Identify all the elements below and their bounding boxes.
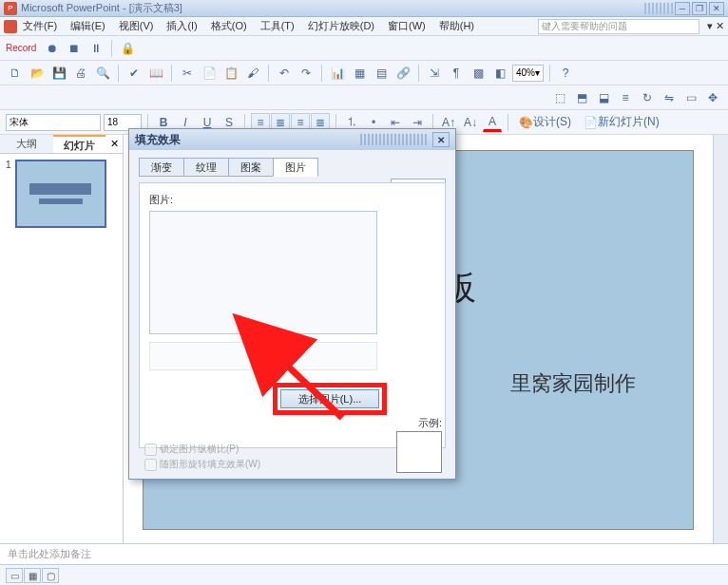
- save-icon[interactable]: 💾: [49, 64, 68, 83]
- order-icon[interactable]: ▭: [681, 88, 700, 107]
- menu-file[interactable]: 文件(F): [23, 19, 57, 33]
- menu-insert[interactable]: 插入(I): [166, 19, 197, 33]
- separator: [321, 65, 322, 82]
- menu-edit[interactable]: 编辑(E): [70, 19, 105, 33]
- expand-icon[interactable]: ⇲: [425, 64, 444, 83]
- tab-slides[interactable]: 幻灯片: [53, 135, 106, 153]
- tab-outline[interactable]: 大纲: [0, 135, 53, 153]
- copy-icon[interactable]: 📄: [200, 64, 219, 83]
- separator: [418, 65, 419, 82]
- undo-icon[interactable]: ↶: [275, 64, 294, 83]
- print-icon[interactable]: 🖨: [71, 64, 90, 83]
- menu-slideshow[interactable]: 幻灯片放映(D): [308, 19, 374, 33]
- cut-icon[interactable]: ✂: [178, 64, 197, 83]
- dialog-body: 渐变 纹理 图案 图片 确定 取消 图片: 选择图片(L)... 示例: 锁定图…: [129, 150, 455, 479]
- flip-icon[interactable]: ⇋: [660, 88, 679, 107]
- insert-hyperlink-icon[interactable]: 🔗: [393, 64, 412, 83]
- vertical-scrollbar[interactable]: [713, 135, 728, 543]
- rotate-icon[interactable]: ↻: [638, 88, 657, 107]
- menu-help[interactable]: 帮助(H): [439, 19, 474, 33]
- title-bar: P Microsoft PowerPoint - [演示文稿3] ─ ❐ ✕: [0, 0, 728, 17]
- status-bar: ▭ ▦ ▢ 绘图(R) ↖ 自选图形(U) ＼ ↘ ▭ ○ A 𝐀 ⬡ 🖼 🏞 …: [0, 564, 728, 585]
- tab-texture[interactable]: 纹理: [183, 158, 229, 177]
- open-icon[interactable]: 📂: [28, 64, 47, 83]
- help-search-input[interactable]: 键入需要帮助的问题: [538, 19, 699, 34]
- font-size: 18: [107, 117, 118, 127]
- select-picture-highlight: 选择图片(L)...: [273, 383, 387, 415]
- record-stop-icon[interactable]: ⏹: [65, 39, 84, 58]
- menu-tools[interactable]: 工具(T): [260, 19, 295, 33]
- font-color-icon[interactable]: A: [483, 113, 502, 132]
- sorter-view-icon[interactable]: ▦: [24, 568, 41, 583]
- minimize-button[interactable]: ─: [675, 2, 690, 15]
- select-picture-button[interactable]: 选择图片(L)...: [280, 389, 379, 408]
- notes-pane[interactable]: 单击此处添加备注: [0, 543, 728, 564]
- separator: [549, 65, 550, 82]
- snap-icon[interactable]: ⬚: [550, 88, 569, 107]
- thumb-title-bar: [29, 183, 90, 195]
- tab-picture[interactable]: 图片: [273, 158, 318, 177]
- side-close-icon[interactable]: ✕: [105, 135, 123, 153]
- show-format-icon[interactable]: ¶: [447, 64, 466, 83]
- zoom-combo[interactable]: 40% ▾: [512, 65, 544, 82]
- help-icon[interactable]: ?: [556, 64, 575, 83]
- thumbnail-item[interactable]: 1: [6, 160, 117, 228]
- record-start-icon[interactable]: ⏺: [43, 39, 62, 58]
- dialog-grip-icon: [360, 134, 427, 145]
- separator: [111, 40, 112, 57]
- dialog-title: 填充效果: [135, 132, 181, 148]
- nudge-icon[interactable]: ✥: [703, 88, 722, 107]
- sample-preview: [396, 431, 442, 473]
- preview-icon[interactable]: 🔍: [93, 64, 112, 83]
- redo-icon[interactable]: ↷: [297, 64, 316, 83]
- new-icon[interactable]: 🗋: [6, 64, 25, 83]
- security-icon[interactable]: 🔒: [118, 39, 137, 58]
- dialog-checkboxes: 锁定图片纵横比(P) 随图形旋转填充效果(W): [144, 441, 260, 471]
- group-icon[interactable]: ⬒: [572, 88, 591, 107]
- separator: [508, 114, 508, 131]
- thumb-sub-bar: [39, 198, 83, 204]
- color-grayscale-icon[interactable]: ◧: [490, 64, 509, 83]
- slideshow-view-icon[interactable]: ▢: [42, 568, 59, 583]
- tab-gradient[interactable]: 渐变: [139, 158, 184, 177]
- picture-label: 图片:: [149, 193, 435, 207]
- close-button[interactable]: ✕: [709, 2, 724, 15]
- insert-chart-icon[interactable]: 📊: [328, 64, 347, 83]
- decrease-font-icon[interactable]: A↓: [461, 113, 480, 132]
- maximize-button[interactable]: ❐: [692, 2, 707, 15]
- menu-view[interactable]: 视图(V): [119, 19, 154, 33]
- paste-icon[interactable]: 📋: [221, 64, 240, 83]
- side-tabs: 大纲 幻灯片 ✕: [0, 135, 123, 154]
- separator: [118, 65, 119, 82]
- new-slide-button[interactable]: 📄新幻灯片(N): [579, 113, 664, 132]
- record-pause-icon[interactable]: ⏸: [86, 39, 105, 58]
- thumbnail-preview[interactable]: [15, 160, 106, 228]
- tab-pattern[interactable]: 图案: [228, 158, 274, 177]
- slide-subtitle[interactable]: 里窝家园制作: [510, 369, 636, 398]
- standard-toolbar: 🗋 📂 💾 🖨 🔍 ✔ 📖 ✂ 📄 📋 🖌 ↶ ↷ 📊 ▦ ▤ 🔗 ⇲ ¶ ▩ …: [0, 61, 728, 85]
- ungroup-icon[interactable]: ⬓: [594, 88, 613, 107]
- thumbnail-number: 1: [6, 160, 11, 228]
- format-painter-icon[interactable]: 🖌: [243, 64, 262, 83]
- menu-format[interactable]: 格式(O): [211, 19, 247, 33]
- normal-view-icon[interactable]: ▭: [6, 568, 23, 583]
- dialog-title-bar[interactable]: 填充效果 ✕: [129, 129, 455, 150]
- picture-preview: [149, 211, 377, 334]
- zoom-value: 40%: [516, 67, 535, 78]
- menu-window[interactable]: 窗口(W): [388, 19, 426, 33]
- view-buttons-row: ▭ ▦ ▢: [0, 565, 728, 585]
- font-combo[interactable]: 宋体: [6, 114, 101, 131]
- menu-close-icon[interactable]: ▾ ✕: [707, 20, 724, 32]
- design-button[interactable]: 🎨设计(S): [514, 113, 576, 132]
- dialog-close-icon[interactable]: ✕: [432, 132, 450, 147]
- separator: [268, 65, 269, 82]
- tables-borders-icon[interactable]: ▤: [372, 64, 391, 83]
- research-icon[interactable]: 📖: [146, 64, 165, 83]
- insert-table-icon[interactable]: ▦: [350, 64, 369, 83]
- picture-tab-panel: 图片: 选择图片(L)...: [139, 182, 446, 448]
- align-icon[interactable]: ≡: [616, 88, 635, 107]
- title-grip-icon: [644, 3, 673, 14]
- spell-icon[interactable]: ✔: [125, 64, 144, 83]
- lock-ratio-label: 锁定图片纵横比(P): [160, 443, 239, 454]
- grid-icon[interactable]: ▩: [469, 64, 488, 83]
